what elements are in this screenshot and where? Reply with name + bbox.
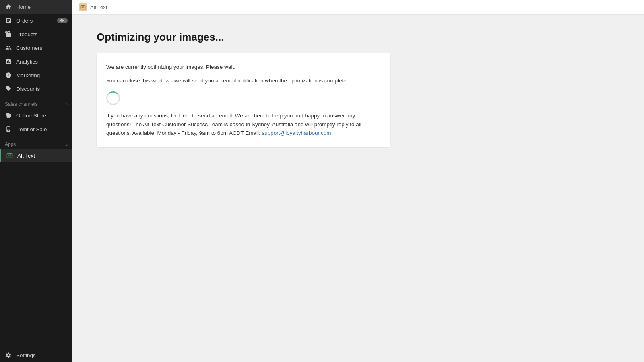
sidebar-item-pos-label: Point of Sale [16, 126, 47, 132]
status-card: We are currently optimizing your images.… [97, 53, 390, 147]
topbar: Alt Text [72, 0, 644, 15]
home-icon [5, 3, 12, 10]
sales-channels-label: Sales channels › [0, 96, 72, 109]
sidebar-bottom: Settings [0, 348, 72, 362]
status-line1: We are currently optimizing your images.… [106, 63, 381, 72]
sidebar-item-products[interactable]: Products [0, 27, 72, 41]
sidebar-item-alt-text[interactable]: Alt Text [0, 149, 72, 162]
page-title: Optimizing your images... [97, 31, 620, 43]
apps-label: Apps › [0, 136, 72, 149]
sidebar-item-analytics[interactable]: Analytics [0, 55, 72, 68]
app-icon [79, 3, 87, 11]
main-content: Alt Text Optimizing your images... We ar… [72, 0, 644, 362]
sidebar-item-customers[interactable]: Customers [0, 41, 72, 55]
sidebar-item-discounts-label: Discounts [16, 86, 40, 92]
sidebar-item-discounts[interactable]: Discounts [0, 82, 72, 96]
sidebar-item-orders[interactable]: Orders 45 [0, 14, 72, 27]
support-email-link[interactable]: support@loyaltyharbour.com [262, 130, 331, 136]
sidebar-nav: Home Orders 45 Products Customers [0, 0, 72, 96]
loading-spinner [106, 91, 120, 105]
online-store-icon [5, 112, 12, 119]
alt-text-icon [6, 152, 13, 159]
sidebar-item-online-store-label: Online Store [16, 113, 46, 119]
sidebar-item-point-of-sale[interactable]: Point of Sale [0, 122, 72, 136]
products-icon [5, 31, 12, 38]
pos-icon [5, 125, 12, 133]
svg-rect-0 [7, 154, 12, 158]
sales-channels-section: Sales channels › Online Store Point of S… [0, 96, 72, 136]
sidebar-item-home[interactable]: Home [0, 0, 72, 14]
sidebar-item-home-label: Home [16, 4, 31, 10]
apps-section: Apps › Alt Text [0, 136, 72, 162]
svg-rect-1 [80, 5, 85, 9]
sidebar-item-marketing[interactable]: Marketing [0, 68, 72, 82]
marketing-icon [5, 72, 12, 79]
sales-channels-chevron: › [66, 102, 68, 107]
sidebar-item-customers-label: Customers [16, 45, 42, 51]
sidebar-item-online-store[interactable]: Online Store [0, 109, 72, 122]
spinner-container [106, 91, 381, 105]
orders-icon [5, 17, 12, 24]
sidebar-item-products-label: Products [16, 31, 37, 37]
sidebar-item-settings-label: Settings [16, 352, 36, 358]
apps-chevron: › [66, 142, 68, 147]
sidebar-item-settings[interactable]: Settings [0, 348, 72, 362]
settings-icon [5, 352, 12, 359]
sidebar-item-orders-label: Orders [16, 18, 33, 24]
info-text: If you have any questions, feel free to … [106, 111, 381, 138]
discounts-icon [5, 85, 12, 93]
customers-icon [5, 44, 12, 51]
page-content: Optimizing your images... We are current… [72, 15, 644, 362]
sidebar-item-marketing-label: Marketing [16, 72, 40, 78]
analytics-icon [5, 58, 12, 65]
sidebar-item-alt-text-label: Alt Text [17, 153, 35, 159]
sidebar-item-analytics-label: Analytics [16, 59, 38, 65]
orders-badge: 45 [57, 18, 68, 23]
sidebar: Home Orders 45 Products Customers [0, 0, 72, 362]
status-line2: You can close this window - we will send… [106, 76, 381, 85]
topbar-app-name: Alt Text [90, 4, 107, 10]
